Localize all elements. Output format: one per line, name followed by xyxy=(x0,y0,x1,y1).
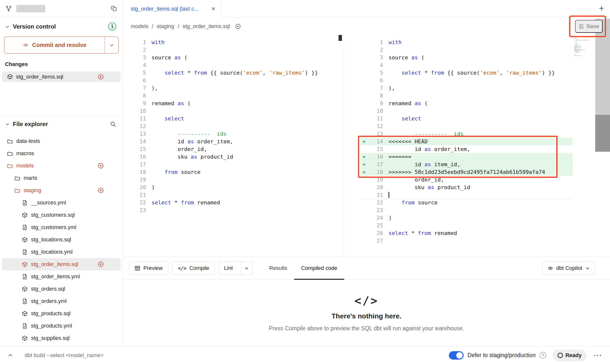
editor-pane-original[interactable]: 1with23source as (45 select * from {{ so… xyxy=(123,35,344,257)
more-options-button[interactable]: ⋯ xyxy=(593,354,603,357)
discard-changes-icon[interactable] xyxy=(98,74,104,80)
file-tree-item-stg-customers-yml[interactable]: stg_customers.yml xyxy=(2,221,121,233)
code-line-10[interactable]: 10 xyxy=(360,107,573,115)
code-line-6[interactable]: 6 xyxy=(360,77,573,84)
file-tree-item-models[interactable]: models xyxy=(2,160,121,172)
code-line-24[interactable]: 24) xyxy=(360,214,573,222)
code-line-15[interactable]: 15 order_id, xyxy=(123,145,344,153)
code-line-17[interactable]: 17 xyxy=(123,161,344,168)
file-tree-item-stg-orders-yml[interactable]: stg_orders.yml xyxy=(2,295,121,307)
file-tree-item--sources-yml[interactable]: __sources.yml xyxy=(2,197,121,209)
code-line-18[interactable]: 18 from source xyxy=(123,168,344,176)
help-icon[interactable]: ? xyxy=(540,352,546,359)
code-line-15[interactable]: 15 id as order_item, xyxy=(360,145,573,153)
status-ready-badge[interactable]: Ready xyxy=(553,349,587,361)
code-line-20[interactable]: 20 sku as product_id xyxy=(360,183,573,191)
code-line-22[interactable]: 22 from source xyxy=(360,199,573,206)
close-tab-icon[interactable]: × xyxy=(211,5,215,12)
code-line-18[interactable]: +18>>>>>>> 58c1dd23d5eebd9cd2495fa7124ab… xyxy=(360,168,573,176)
code-line-10[interactable]: 10 xyxy=(123,107,344,115)
discard-changes-icon[interactable] xyxy=(98,261,104,267)
file-tree-item-stg-supplies-sql[interactable]: stg_supplies.sql xyxy=(2,332,121,344)
chevron-up-icon[interactable] xyxy=(7,352,13,358)
code-line-17[interactable]: +17 id as item_id, xyxy=(360,161,573,168)
code-line-3[interactable]: 3source as ( xyxy=(123,54,344,61)
code-line-22[interactable]: 22select * from renamed xyxy=(123,199,344,206)
code-line-27[interactable]: 27 xyxy=(360,237,573,245)
code-line-13[interactable]: 13 ---------- ids xyxy=(360,130,573,138)
file-tree-item-data-tests[interactable]: data-tests xyxy=(2,135,121,147)
code-line-9[interactable]: 9renamed as ( xyxy=(123,99,344,107)
command-input[interactable]: dbt build --select <model_name> xyxy=(25,352,103,359)
code-line-14[interactable]: +14<<<<<<< HEAD xyxy=(360,138,573,145)
code-line-7[interactable]: 7), xyxy=(123,84,344,92)
code-line-6[interactable]: 6 xyxy=(123,77,344,84)
scrollbar-thumb[interactable] xyxy=(595,115,610,152)
editor-vertical-scrollbar[interactable] xyxy=(595,19,610,152)
save-button[interactable]: Save xyxy=(575,20,603,33)
code-line-14[interactable]: 14 id as order_item, xyxy=(123,138,344,145)
editor-pane-conflict[interactable]: 1with23source as (45 select * from {{ so… xyxy=(360,35,573,257)
code-line-5[interactable]: 5 select * from {{ source('ecom', 'raw_i… xyxy=(360,69,573,77)
commit-and-resolve-button[interactable]: Commit and resolve xyxy=(4,36,119,54)
code-line-16[interactable]: 16 sku as product_id xyxy=(123,153,344,161)
code-line-2[interactable]: 2 xyxy=(360,46,573,54)
tab-stg-order-items[interactable]: stg_order_items.sql (last c... × xyxy=(123,0,221,18)
version-control-header[interactable]: Version control 1 xyxy=(0,17,123,34)
file-tree-item-macros[interactable]: macros xyxy=(2,147,121,160)
code-line-19[interactable]: 19 order_id, xyxy=(360,176,573,183)
code-line-26[interactable]: 26select * from renamed xyxy=(360,229,573,237)
code-line-25[interactable]: 25 xyxy=(360,222,573,229)
code-line-2[interactable]: 2 xyxy=(123,46,344,54)
code-line-12[interactable]: 12 xyxy=(360,122,573,130)
compile-button[interactable]: </> Compile xyxy=(172,262,215,275)
commit-options-button[interactable] xyxy=(104,37,118,53)
code-line-13[interactable]: 13 ---------- ids xyxy=(123,130,344,138)
file-status-icon[interactable] xyxy=(235,23,241,30)
code-line-19[interactable]: 19 xyxy=(123,176,344,183)
tab-results[interactable]: Results xyxy=(262,257,294,280)
code-line-4[interactable]: 4 xyxy=(360,61,573,69)
code-line-12[interactable]: 12 xyxy=(123,122,344,130)
code-line-11[interactable]: 11 select xyxy=(123,115,344,122)
code-line-21[interactable]: 21 xyxy=(360,191,573,199)
preview-button[interactable]: Preview xyxy=(129,262,168,275)
code-line-1[interactable]: 1with xyxy=(123,38,344,46)
code-line-23[interactable]: 23 xyxy=(123,206,344,214)
breadcrumb-item[interactable]: models xyxy=(131,23,148,30)
file-tree-item-stg-customers-sql[interactable]: stg_customers.sql xyxy=(2,209,121,221)
file-tree-item-stg-orders-sql[interactable]: stg_orders.sql xyxy=(2,283,121,295)
new-tab-button[interactable]: + xyxy=(599,4,604,13)
changed-file-row[interactable]: stg_order_items.sql xyxy=(2,71,121,82)
code-line-8[interactable]: 8 xyxy=(360,92,573,99)
code-line-16[interactable]: +16======= xyxy=(360,153,573,161)
defer-toggle[interactable] xyxy=(449,351,464,360)
file-tree-item-stg-products-yml[interactable]: stg_products.yml xyxy=(2,320,121,332)
code-line-7[interactable]: 7), xyxy=(360,84,573,92)
discard-changes-icon[interactable] xyxy=(98,163,104,169)
file-tree-item-staging[interactable]: staging xyxy=(2,184,121,197)
search-icon[interactable] xyxy=(110,121,116,127)
code-line-1[interactable]: 1with xyxy=(360,38,573,46)
code-line-3[interactable]: 3source as ( xyxy=(360,54,573,61)
minimap[interactable] xyxy=(574,37,589,57)
code-line-11[interactable]: 11 select xyxy=(360,115,573,122)
file-tree-item-stg-locations-sql[interactable]: stg_locations.sql xyxy=(2,233,121,246)
file-tree-item-stg-locations-yml[interactable]: stg_locations.yml xyxy=(2,246,121,258)
dbt-copilot-button[interactable]: dbt Copilot xyxy=(542,262,595,275)
lint-button[interactable]: Lint xyxy=(219,262,237,275)
tab-compiled-code[interactable]: Compiled code xyxy=(294,257,344,280)
file-tree-item-stg-order-items-sql[interactable]: stg_order_items.sql xyxy=(2,258,121,270)
file-tree-item-stg-products-sql[interactable]: stg_products.sql xyxy=(2,307,121,320)
file-tree-item-stg-order-items-yml[interactable]: stg_order_items.yml xyxy=(2,270,121,283)
code-line-8[interactable]: 8 xyxy=(123,92,344,99)
discard-changes-icon[interactable] xyxy=(98,187,104,194)
code-line-9[interactable]: 9renamed as ( xyxy=(360,99,573,107)
code-line-5[interactable]: 5 select * from {{ source('ecom', 'raw_i… xyxy=(123,69,344,77)
file-tree-item-marts[interactable]: marts xyxy=(2,172,121,184)
file-explorer-header[interactable]: File explorer xyxy=(0,116,123,132)
code-line-23[interactable]: 23 xyxy=(360,206,573,214)
code-line-4[interactable]: 4 xyxy=(123,61,344,69)
branch-icon[interactable] xyxy=(5,5,12,12)
breadcrumb-item[interactable]: stg_order_items.sql xyxy=(183,23,230,30)
